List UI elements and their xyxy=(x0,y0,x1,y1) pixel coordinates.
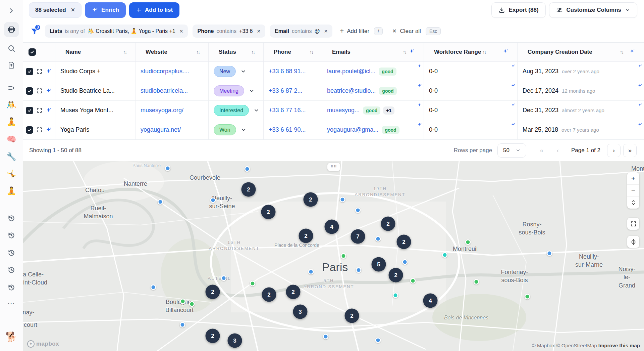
sidebar-list-wrench-icon[interactable]: 🔧 xyxy=(4,149,19,164)
map-marker-dot[interactable] xyxy=(180,322,185,328)
enrich-row-icon[interactable] xyxy=(46,107,52,114)
map-marker-dot[interactable] xyxy=(393,293,398,298)
map-cluster-marker[interactable]: 7 xyxy=(351,229,365,244)
email-link[interactable]: yogaugura@gma... xyxy=(327,126,378,133)
map-marker-dot[interactable] xyxy=(410,278,416,284)
row-checkbox[interactable] xyxy=(26,107,33,114)
select-all-checkbox[interactable] xyxy=(29,48,36,56)
map-marker-dot[interactable] xyxy=(323,334,329,340)
map-marker-dot[interactable] xyxy=(547,251,552,256)
map-attribution[interactable]: © Mapbox © OpenStreetMap Improve this ma… xyxy=(532,343,640,348)
map-marker-dot[interactable] xyxy=(221,275,227,281)
website-link[interactable]: studiobeatricela... xyxy=(141,87,188,94)
previous-page-button[interactable]: ‹ xyxy=(551,144,565,157)
map-marker-dot[interactable] xyxy=(356,267,362,273)
map-marker-dot[interactable] xyxy=(474,279,479,285)
sidebar-history-icon-3[interactable] xyxy=(4,246,19,260)
map-marker-dot[interactable] xyxy=(250,281,256,287)
remove-filter-icon[interactable]: ✕ xyxy=(179,29,183,34)
status-badge[interactable]: Interested xyxy=(214,105,249,116)
map-marker-dot[interactable] xyxy=(210,198,216,203)
sidebar-history-icon-4[interactable] xyxy=(4,263,19,277)
add-to-list-button[interactable]: Add to list xyxy=(129,2,179,18)
map-panel[interactable]: Université Paris NanterreNanterreCourbev… xyxy=(23,161,644,351)
map-marker-dot[interactable] xyxy=(165,166,171,171)
remove-filter-icon[interactable]: ✕ xyxy=(257,29,261,34)
map-marker-dot[interactable] xyxy=(180,299,186,304)
map-marker-dot[interactable] xyxy=(402,259,408,265)
email-link[interactable]: laure.poulet@icl... xyxy=(327,68,375,75)
ai-sparkle-icon[interactable] xyxy=(511,122,516,129)
chevron-down-icon[interactable] xyxy=(254,107,259,113)
pitch-toggle-button[interactable] xyxy=(627,196,639,209)
column-header-website[interactable]: Website↑↓ xyxy=(136,43,209,61)
improve-map-link[interactable]: Improve this map xyxy=(598,343,640,348)
map-marker-dot[interactable] xyxy=(245,166,250,172)
sidebar-history-icon-2[interactable] xyxy=(4,228,19,243)
map-marker-dot[interactable] xyxy=(158,199,163,205)
column-header-emails[interactable]: Emails↑↓ xyxy=(322,43,424,61)
map-cluster-marker[interactable]: 2 xyxy=(206,285,220,299)
map-marker-dot[interactable] xyxy=(340,197,345,203)
chevron-down-icon[interactable] xyxy=(240,69,246,74)
map-cluster-marker[interactable]: 3 xyxy=(293,305,308,319)
status-badge[interactable]: Won xyxy=(214,124,236,135)
first-page-button[interactable]: « xyxy=(535,144,548,157)
add-filter-button[interactable]: + Add filter xyxy=(340,27,369,35)
row-checkbox[interactable] xyxy=(26,68,33,75)
status-badge[interactable]: New xyxy=(214,66,236,77)
map-marker-dot[interactable] xyxy=(375,338,381,343)
map-cluster-marker[interactable]: 2 xyxy=(397,235,411,249)
expand-row-icon[interactable] xyxy=(36,68,43,75)
website-link[interactable]: yogaugura.net/ xyxy=(141,126,181,133)
map-cluster-marker[interactable]: 2 xyxy=(262,288,276,302)
column-header-name[interactable]: Name↑↓ xyxy=(55,43,136,61)
ai-sparkle-icon[interactable] xyxy=(638,83,642,90)
sort-icon[interactable]: ↑↓ xyxy=(123,49,126,55)
sort-icon[interactable]: ↑↓ xyxy=(196,49,200,55)
sort-icon[interactable]: ↑↓ xyxy=(403,49,406,55)
sidebar-list-gym-icon[interactable]: 🤸 xyxy=(4,167,19,181)
ai-sparkle-icon[interactable] xyxy=(417,63,422,70)
status-badge[interactable]: Meeting xyxy=(214,85,244,96)
chevron-down-icon[interactable] xyxy=(241,127,247,133)
column-header-workforce[interactable]: Workforce Range↑↓ xyxy=(424,43,518,61)
ai-sparkle-icon[interactable] xyxy=(638,63,642,70)
zoom-in-button[interactable]: + xyxy=(627,172,639,184)
map-marker-dot[interactable] xyxy=(308,269,314,275)
map-marker-dot[interactable] xyxy=(442,252,448,258)
email-link[interactable]: beatrice@studio... xyxy=(327,87,376,94)
map-cluster-marker[interactable]: 2 xyxy=(241,182,256,197)
map-cluster-marker[interactable]: 2 xyxy=(206,329,220,343)
map-marker-dot[interactable] xyxy=(151,284,156,290)
phone-link[interactable]: +33 6 87 2... xyxy=(269,87,303,94)
zoom-out-button[interactable]: − xyxy=(627,184,639,196)
map-cluster-marker[interactable]: 2 xyxy=(299,229,313,243)
website-link[interactable]: musesyoga.org/ xyxy=(141,107,183,114)
map-cluster-marker[interactable]: 2 xyxy=(381,217,395,231)
clear-selection-icon[interactable]: ✕ xyxy=(71,7,75,13)
enrich-row-icon[interactable] xyxy=(46,68,52,75)
sidebar-dog-icon[interactable]: 🐕 xyxy=(4,329,19,344)
sort-icon[interactable]: ↑↓ xyxy=(310,49,313,55)
sidebar-list-yoga2-icon[interactable]: 🧘 xyxy=(4,183,19,198)
export-button[interactable]: Export (88) xyxy=(491,2,546,18)
remove-filter-icon[interactable]: ✕ xyxy=(324,29,328,34)
sort-icon[interactable]: ↑↓ xyxy=(482,49,486,55)
sort-icon[interactable]: ↑↓ xyxy=(251,49,255,55)
last-page-button[interactable]: » xyxy=(623,144,637,157)
map-cluster-marker[interactable]: 2 xyxy=(345,309,359,323)
clear-all-filters-button[interactable]: ✕ Clear all xyxy=(392,28,421,35)
sidebar-expand-icon[interactable] xyxy=(4,3,19,18)
map-cluster-marker[interactable]: 5 xyxy=(372,257,386,272)
expand-row-icon[interactable] xyxy=(36,88,43,94)
column-header-status[interactable]: Status↑↓ xyxy=(209,43,264,61)
row-checkbox[interactable] xyxy=(26,87,33,95)
email-link[interactable]: musesyog... xyxy=(327,107,360,114)
sidebar-list-yoga-icon[interactable]: 🧘 xyxy=(4,114,19,129)
ai-sparkle-icon[interactable] xyxy=(638,102,642,109)
selected-count-pill[interactable]: 88 selected ✕ xyxy=(29,2,82,18)
map-cluster-marker[interactable]: 2 xyxy=(389,268,403,282)
map-cluster-marker[interactable]: 2 xyxy=(261,205,276,219)
ai-sparkle-icon[interactable] xyxy=(511,83,516,90)
